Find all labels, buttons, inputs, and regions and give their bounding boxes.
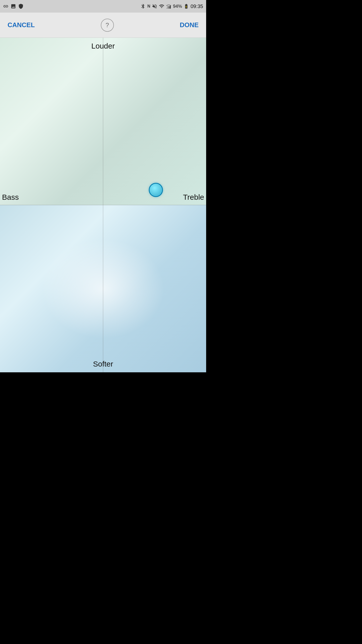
- control-point-inner: [150, 184, 162, 196]
- eq-control-point[interactable]: [149, 183, 163, 197]
- help-button[interactable]: ?: [101, 19, 114, 32]
- question-icon: ?: [106, 22, 109, 29]
- nfc-icon: N: [147, 4, 150, 9]
- eq-top-half: [0, 38, 206, 205]
- louder-label: Louder: [91, 42, 115, 50]
- image-icon: [11, 4, 16, 9]
- shield-icon: [18, 4, 24, 9]
- svg-rect-1: [167, 7, 168, 9]
- done-button[interactable]: DONE: [177, 19, 201, 31]
- eq-bottom-half: [0, 205, 206, 372]
- eq-canvas[interactable]: Louder Softer Bass Treble: [0, 38, 206, 372]
- bass-label: Bass: [2, 193, 19, 202]
- status-bar: N 94% 09:35: [0, 0, 206, 13]
- svg-rect-2: [169, 6, 170, 9]
- svg-rect-3: [170, 6, 171, 9]
- top-bar: CANCEL ? DONE: [0, 13, 206, 38]
- eq-area[interactable]: Louder Softer Bass Treble: [0, 38, 206, 372]
- bluetooth-icon: [140, 4, 146, 9]
- softer-label: Softer: [93, 360, 113, 368]
- battery-icon: [184, 4, 189, 9]
- treble-label: Treble: [183, 193, 204, 202]
- battery-percentage: 94%: [173, 4, 182, 9]
- status-bar-left-icons: [3, 4, 24, 9]
- bottom-glow: [41, 238, 165, 339]
- svg-rect-0: [166, 8, 167, 9]
- mute-icon: [152, 4, 157, 9]
- link-icon: [3, 4, 9, 9]
- signal-icon: [166, 4, 171, 9]
- status-bar-right-icons: N 94% 09:35: [140, 4, 203, 9]
- status-time: 09:35: [191, 4, 203, 9]
- cancel-button[interactable]: CANCEL: [5, 19, 37, 31]
- wifi-icon: [159, 4, 164, 9]
